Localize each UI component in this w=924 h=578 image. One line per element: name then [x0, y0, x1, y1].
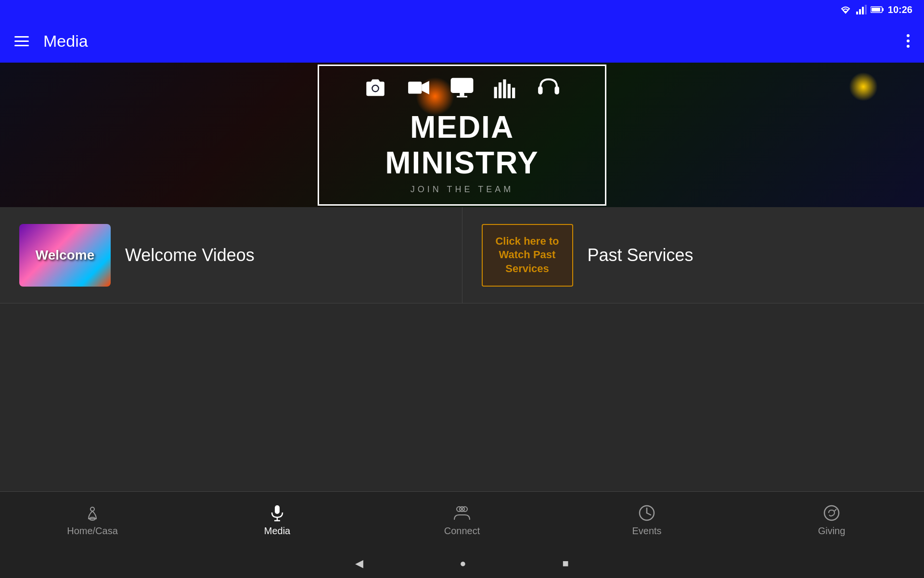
nav-item-media[interactable]: Media — [185, 504, 370, 537]
android-nav-bar: ◀ ● ■ — [0, 549, 924, 578]
welcome-thumb-label: Welcome — [36, 248, 94, 263]
bottom-navigation: Home/Casa Media Connect Events — [0, 491, 924, 549]
svg-rect-11 — [451, 79, 473, 92]
hero-banner: MEDIA MINISTRY JOIN THE TEAM — [0, 63, 924, 207]
giving-icon — [823, 504, 840, 522]
home-icon — [84, 504, 101, 522]
nav-item-events[interactable]: Events — [554, 504, 739, 537]
nav-label-giving: Giving — [818, 525, 846, 537]
orb-yellow — [849, 72, 878, 101]
svg-point-21 — [90, 507, 94, 511]
content-area: Welcome Welcome Videos Click here to Wat… — [0, 207, 924, 303]
svg-rect-3 — [865, 5, 867, 14]
click-here-text: Click here to Watch Past Services — [488, 235, 567, 276]
status-icons: 10:26 — [839, 4, 912, 15]
welcome-videos-label: Welcome Videos — [125, 245, 255, 265]
svg-rect-1 — [859, 9, 861, 14]
banner-icons — [363, 76, 561, 100]
clock-icon — [638, 504, 655, 522]
signal-icon — [856, 5, 867, 14]
banner-content: MEDIA MINISTRY JOIN THE TEAM — [318, 65, 606, 206]
page-title: Media — [43, 32, 907, 51]
svg-line-31 — [647, 513, 651, 515]
svg-rect-13 — [457, 96, 467, 97]
nav-item-connect[interactable]: Connect — [370, 504, 554, 537]
nav-label-events: Events — [632, 525, 661, 537]
recent-button[interactable]: ■ — [563, 557, 569, 570]
nav-item-giving[interactable]: Giving — [739, 504, 924, 537]
camera-icon — [363, 76, 387, 100]
more-options-button[interactable] — [907, 34, 910, 48]
svg-rect-2 — [862, 7, 864, 14]
svg-rect-9 — [408, 81, 422, 93]
status-time: 10:26 — [888, 4, 912, 15]
svg-rect-12 — [460, 92, 464, 96]
home-button[interactable]: ● — [460, 557, 466, 570]
svg-rect-5 — [882, 8, 884, 11]
status-bar: 10:26 — [0, 0, 924, 19]
equalizer-icon — [493, 76, 517, 100]
monitor-icon — [450, 76, 474, 100]
welcome-videos-panel[interactable]: Welcome Welcome Videos — [0, 207, 462, 303]
wifi-icon — [839, 4, 852, 15]
svg-point-32 — [824, 506, 839, 520]
svg-rect-0 — [856, 12, 858, 14]
battery-icon — [871, 6, 884, 13]
people-icon — [452, 504, 472, 522]
svg-rect-16 — [503, 79, 506, 98]
past-services-label: Past Services — [588, 245, 693, 265]
nav-label-media: Media — [264, 525, 290, 537]
empty-content — [0, 303, 924, 491]
svg-rect-23 — [275, 505, 280, 514]
microphone-icon — [269, 504, 286, 522]
banner-title: MEDIA MINISTRY — [348, 109, 576, 181]
welcome-thumbnail[interactable]: Welcome — [19, 224, 111, 287]
svg-rect-17 — [508, 84, 511, 98]
banner-subtitle: JOIN THE TEAM — [411, 184, 513, 195]
nav-label-home: Home/Casa — [67, 525, 118, 537]
past-services-thumbnail[interactable]: Click here to Watch Past Services — [482, 224, 573, 287]
svg-rect-20 — [555, 86, 559, 94]
headphones-icon — [537, 76, 561, 100]
svg-rect-18 — [512, 88, 515, 98]
hamburger-menu-button[interactable] — [14, 36, 29, 46]
svg-rect-15 — [499, 82, 501, 98]
svg-point-8 — [373, 86, 378, 91]
svg-rect-6 — [872, 8, 880, 12]
app-bar: Media — [0, 19, 924, 63]
nav-item-home[interactable]: Home/Casa — [0, 504, 185, 537]
svg-rect-14 — [494, 87, 497, 98]
svg-rect-19 — [538, 86, 542, 94]
past-services-panel[interactable]: Click here to Watch Past Services Past S… — [462, 207, 924, 303]
back-button[interactable]: ◀ — [355, 557, 363, 570]
video-camera-icon — [407, 76, 431, 100]
nav-label-connect: Connect — [444, 525, 480, 537]
